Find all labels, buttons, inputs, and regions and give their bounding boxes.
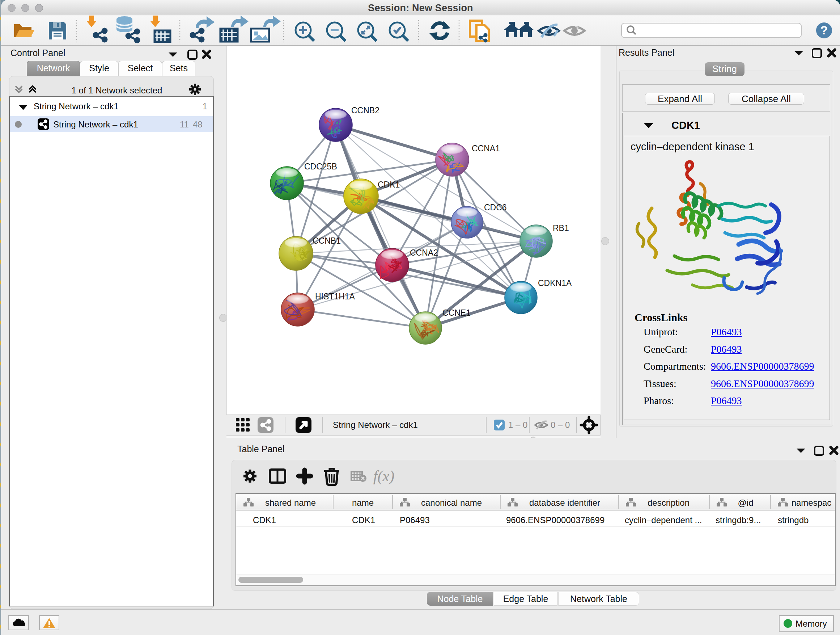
svg-text:description: description <box>647 498 690 508</box>
svg-text:CDK1: CDK1 <box>378 180 400 189</box>
svg-text:f(x): f(x) <box>373 468 394 485</box>
svg-text:cyclin–dependent ...: cyclin–dependent ... <box>625 515 702 525</box>
svg-text:CDKN1A: CDKN1A <box>538 279 572 288</box>
svg-text:CCNA1: CCNA1 <box>472 144 500 153</box>
svg-text:name: name <box>352 498 374 508</box>
svg-text:?: ? <box>821 23 828 37</box>
svg-text:String Network – cdk1: String Network – cdk1 <box>333 420 418 430</box>
svg-text:CDC6: CDC6 <box>484 203 507 212</box>
svg-text:CDK1: CDK1 <box>253 515 276 525</box>
svg-text:CDC25B: CDC25B <box>304 162 337 171</box>
svg-text:CCNB1: CCNB1 <box>313 236 341 245</box>
svg-text:CCNA2: CCNA2 <box>410 248 438 257</box>
svg-text:CCNE1: CCNE1 <box>442 308 471 318</box>
svg-text:canonical name: canonical name <box>421 498 482 508</box>
svg-text:RB1: RB1 <box>553 223 569 233</box>
svg-text:9606.ENSP00000378699: 9606.ENSP00000378699 <box>506 515 605 525</box>
svg-text:CCNB2: CCNB2 <box>351 106 379 115</box>
svg-text:P06493: P06493 <box>400 515 430 525</box>
svg-text:HIST1H1A: HIST1H1A <box>315 292 355 301</box>
svg-text:namespac: namespac <box>791 498 832 508</box>
svg-text:CDK1: CDK1 <box>352 515 375 525</box>
svg-text:database identifier: database identifier <box>529 498 600 508</box>
svg-text:stringdb: stringdb <box>778 515 808 525</box>
svg-text:@id: @id <box>737 498 753 508</box>
svg-text:shared name: shared name <box>265 498 316 508</box>
svg-text:stringdb:9...: stringdb:9... <box>715 515 761 525</box>
svg-text:1 – 0: 1 – 0 <box>508 420 527 430</box>
svg-text:0 – 0: 0 – 0 <box>551 420 570 430</box>
